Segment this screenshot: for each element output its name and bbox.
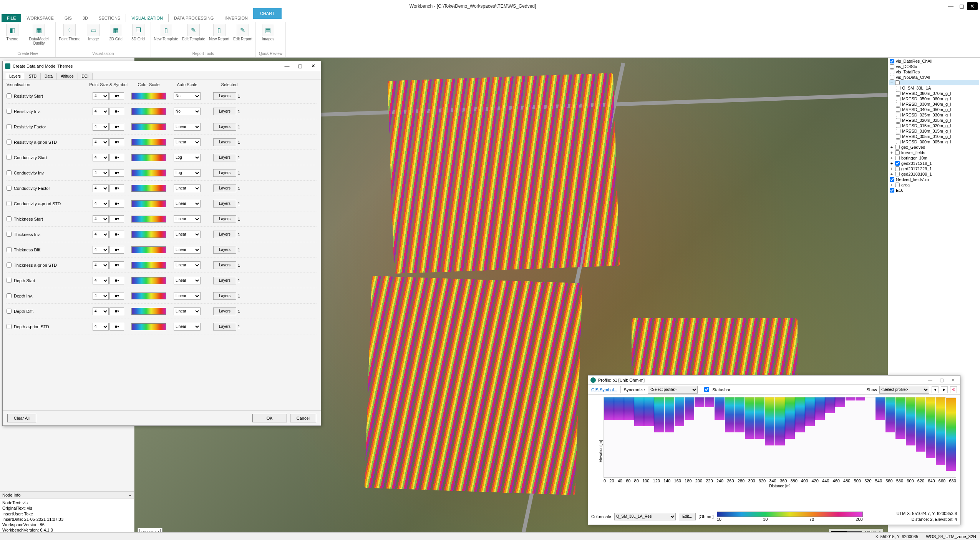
colorscale-swatch[interactable]: [131, 123, 166, 130]
layer-item[interactable]: −: [889, 80, 979, 85]
layer-checkbox[interactable]: [890, 64, 894, 69]
row-enable-checkbox[interactable]: [7, 93, 12, 98]
layer-checkbox[interactable]: [896, 91, 900, 96]
tab-workspace[interactable]: WORKSPACE: [21, 14, 59, 22]
tab-inversion[interactable]: INVERSION: [219, 14, 253, 22]
ribbon-new-template[interactable]: ▯New Template: [154, 24, 178, 41]
colorscale-swatch[interactable]: [131, 292, 166, 299]
layers-button[interactable]: Layers: [213, 169, 236, 177]
chevron-down-icon[interactable]: ⌄: [128, 492, 132, 497]
colorscale-swatch[interactable]: [131, 108, 166, 115]
layers-button[interactable]: Layers: [213, 200, 236, 208]
ribbon-theme[interactable]: ◧Theme: [3, 24, 22, 45]
ribbon-image[interactable]: ▭Image: [85, 24, 103, 41]
layer-item[interactable]: MRESD_000m_005m_g_I: [889, 139, 979, 145]
ok-button[interactable]: OK: [252, 414, 287, 422]
dialog-minimize-button[interactable]: —: [282, 63, 292, 69]
point-size-select[interactable]: 4: [93, 154, 109, 161]
colorscale-swatch[interactable]: [131, 139, 166, 146]
dialog-tab-data[interactable]: Data: [40, 73, 57, 80]
layer-checkbox[interactable]: [895, 166, 900, 171]
colorscale-swatch[interactable]: [131, 154, 166, 161]
colorscale-swatch[interactable]: [131, 262, 166, 269]
symbol-select[interactable]: ▾: [109, 215, 124, 223]
layer-item[interactable]: +ged20171218_1: [889, 161, 979, 166]
ribbon-edit-template[interactable]: ✎Edit Template: [182, 24, 205, 41]
layer-checkbox[interactable]: [890, 75, 894, 80]
cancel-button[interactable]: Cancel: [290, 414, 316, 422]
layer-checkbox[interactable]: [890, 59, 894, 63]
layer-checkbox[interactable]: [890, 70, 894, 74]
colorscale-swatch[interactable]: [131, 93, 166, 100]
expand-icon[interactable]: −: [890, 80, 894, 85]
tab-gis[interactable]: GIS: [59, 14, 77, 22]
point-size-select[interactable]: 4: [93, 215, 109, 223]
layer-checkbox[interactable]: [895, 161, 900, 166]
layer-checkbox[interactable]: [896, 123, 900, 128]
layers-button[interactable]: Layers: [213, 246, 236, 254]
dialog-tab-layers[interactable]: Layers: [5, 73, 25, 80]
layer-item[interactable]: vis_NoData_ChAll: [889, 75, 979, 80]
expand-icon[interactable]: +: [890, 145, 894, 150]
row-enable-checkbox[interactable]: [7, 232, 12, 237]
point-size-select[interactable]: 4: [93, 108, 109, 115]
expand-icon[interactable]: +: [890, 172, 894, 176]
layer-checkbox[interactable]: [895, 145, 900, 150]
layers-button[interactable]: Layers: [213, 92, 236, 100]
profile-minimize-button[interactable]: —: [925, 377, 935, 383]
point-size-select[interactable]: 4: [93, 231, 109, 238]
symbol-select[interactable]: ▾: [109, 154, 124, 161]
edit-colorscale-button[interactable]: Edit...: [679, 513, 696, 520]
autoscale-select[interactable]: Linear: [174, 123, 201, 131]
layers-button[interactable]: Layers: [213, 184, 236, 192]
layer-checkbox[interactable]: [895, 156, 900, 160]
layer-checkbox[interactable]: [890, 177, 894, 182]
layers-button[interactable]: Layers: [213, 307, 236, 315]
autoscale-select[interactable]: Log: [174, 154, 201, 161]
layer-item[interactable]: MRESD_010m_015m_g_I: [889, 128, 979, 134]
layer-checkbox[interactable]: [896, 113, 900, 117]
profile-chart[interactable]: [604, 397, 956, 478]
symbol-select[interactable]: ▾: [109, 108, 124, 115]
point-size-select[interactable]: 4: [93, 138, 109, 146]
row-enable-checkbox[interactable]: [7, 309, 12, 314]
point-size-select[interactable]: 4: [93, 292, 109, 300]
layer-item[interactable]: MRESD_050m_060m_g_I: [889, 96, 979, 101]
expand-icon[interactable]: +: [890, 161, 894, 166]
autoscale-select[interactable]: No: [174, 92, 201, 100]
tab-3d[interactable]: 3D: [77, 14, 93, 22]
prev-icon[interactable]: ◄: [932, 386, 939, 393]
row-enable-checkbox[interactable]: [7, 140, 12, 145]
row-enable-checkbox[interactable]: [7, 186, 12, 191]
point-size-select[interactable]: 4: [93, 200, 109, 208]
layer-item[interactable]: MRESD_030m_040m_g_I: [889, 101, 979, 107]
row-enable-checkbox[interactable]: [7, 216, 12, 221]
minimize-button[interactable]: —: [945, 2, 956, 10]
layer-item[interactable]: Gedved_fields1m: [889, 177, 979, 182]
layer-item[interactable]: MRESD_020m_025m_g_I: [889, 118, 979, 123]
row-enable-checkbox[interactable]: [7, 293, 12, 298]
autoscale-select[interactable]: Linear: [174, 138, 201, 146]
point-size-select[interactable]: 4: [93, 123, 109, 131]
link-icon[interactable]: ⟲: [950, 386, 957, 393]
layer-item[interactable]: +ged20171229_1: [889, 166, 979, 171]
ribbon-edit-report[interactable]: ✎Edit Report: [233, 24, 252, 41]
layer-checkbox[interactable]: [895, 80, 900, 85]
next-icon[interactable]: ►: [941, 386, 948, 393]
row-enable-checkbox[interactable]: [7, 247, 12, 252]
symbol-select[interactable]: ▾: [109, 261, 124, 269]
autoscale-select[interactable]: Linear: [174, 261, 201, 269]
layer-item[interactable]: +boringer_10m: [889, 155, 979, 161]
layer-item[interactable]: +ged20180109_1: [889, 171, 979, 177]
expand-icon[interactable]: +: [890, 150, 894, 155]
point-size-select[interactable]: 4: [93, 184, 109, 192]
dialog-maximize-button[interactable]: ▢: [295, 63, 305, 69]
colorscale-swatch[interactable]: [131, 231, 166, 238]
layer-item[interactable]: vis_DOISta: [889, 64, 979, 69]
autoscale-select[interactable]: Linear: [174, 200, 201, 208]
colorscale-swatch[interactable]: [131, 200, 166, 207]
colorscale-swatch[interactable]: [131, 277, 166, 284]
layers-button[interactable]: Layers: [213, 138, 236, 146]
row-enable-checkbox[interactable]: [7, 324, 12, 329]
tab-chart[interactable]: CHART: [253, 8, 282, 19]
